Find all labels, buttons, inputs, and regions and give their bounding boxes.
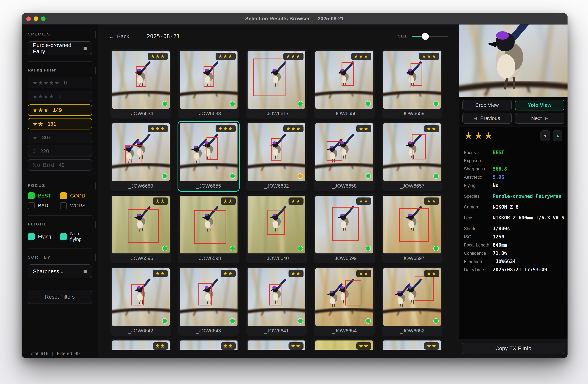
thumbnail-filename: _JOW6642 [112, 326, 170, 336]
checkbox-option[interactable]: BEST [28, 192, 60, 199]
metadata-value: 566.8 [493, 166, 507, 172]
thumbnail-card[interactable]: ★★ _JOW6654 [314, 267, 375, 336]
status-dot-icon [433, 318, 439, 324]
metadata-label: Exposure [464, 158, 493, 163]
metadata-label: Filename [464, 259, 493, 264]
thumbnail-card[interactable]: ★★ _JOW6596 [110, 194, 171, 263]
thumbnail-card[interactable]: ★★ _JOW6599 [314, 194, 375, 263]
thumbnail-image: ★★★ [112, 123, 170, 181]
thumbnail-card[interactable]: ★★★ _JOW6634 [110, 49, 171, 119]
thumbnail-card[interactable]: ★★ _JOW6640 [246, 194, 307, 263]
thumbnail-card[interactable]: ★★ _JOW6642 [110, 267, 171, 336]
rating-filter-button[interactable]: ★★★★ 0 [28, 91, 92, 102]
thumbnail-card[interactable]: ★★ _JOW6658 [314, 122, 375, 191]
species-dropdown[interactable]: Purple-crowned Fairy [28, 41, 92, 55]
next-button[interactable]: Next ▶ [515, 113, 565, 124]
thumbnail-card[interactable]: ★★★ _JOW6659 [382, 49, 442, 119]
zoom-icon[interactable] [41, 17, 45, 21]
sort-dropdown[interactable]: Sharpness ↓ [28, 264, 92, 278]
thumbnail-image: ★★★ [248, 123, 305, 181]
rate-down-button[interactable]: ▼ [541, 130, 550, 141]
filter-sidebar: SPECIES Purple-crowned Fairy Rating Filt… [21, 24, 98, 358]
metadata-value: — [493, 158, 496, 164]
rate-up-button[interactable]: ▲ [553, 130, 562, 141]
thumbnail-card[interactable]: ★★ [382, 339, 442, 350]
metadata-row: Filename _JOW6634 [464, 257, 567, 265]
thumbnail-card[interactable]: ★★ _JOW6597 [382, 194, 442, 263]
reset-filters-button[interactable]: Reset Filters [28, 290, 92, 304]
rating-filter-button[interactable]: No Bird 49 [28, 159, 92, 171]
current-rating-stars[interactable]: ★★★ [464, 131, 494, 140]
copy-exif-button[interactable]: Copy EXIF Info [462, 343, 565, 354]
date-heading: 2025-08-21 [147, 33, 180, 40]
checkbox-label: BAD [38, 203, 48, 209]
close-icon[interactable] [26, 17, 31, 21]
yolo-view-button[interactable]: Yolo View [515, 100, 565, 110]
thumbnail-card[interactable]: ★★ [314, 339, 375, 350]
checkbox-icon [60, 192, 67, 199]
star-glyphs: 0 [33, 148, 36, 154]
rating-filter-button[interactable]: ★★ 191 [28, 118, 92, 129]
checkbox-label: Non-flying [70, 231, 92, 242]
checkbox-option[interactable]: Flying [28, 231, 60, 242]
thumbnail-card[interactable]: ★★ [110, 339, 171, 350]
status-dot-icon [162, 101, 168, 107]
thumbnail-card[interactable]: ★★ _JOW6652 [382, 267, 442, 336]
star-rating-badge: ★★★ [216, 125, 236, 132]
previous-button[interactable]: ◀ Previous [462, 113, 512, 124]
thumbnail-card[interactable]: ★★★ _JOW6633 [178, 49, 239, 119]
triangle-down-icon: ▼ [543, 133, 547, 139]
star-glyphs: ★★★★★ [33, 80, 60, 86]
thumbnail-card[interactable]: ★★ _JOW6598 [178, 194, 239, 263]
previous-label: Previous [480, 115, 500, 121]
checkbox-icon [28, 233, 35, 240]
checkbox-label: Flying [38, 234, 51, 239]
checkbox-option[interactable]: GOOD [60, 192, 92, 199]
rating-count: 307 [42, 135, 51, 141]
checkbox-option[interactable]: Non-flying [60, 231, 92, 242]
thumbnail-card[interactable]: ★★★ _JOW6632 [246, 122, 307, 191]
minimize-icon[interactable] [34, 17, 38, 21]
metadata-row: Date/Time 2025:08:21 17:53:49 [464, 265, 567, 274]
metadata-value: NIKON Z 8 [493, 204, 519, 210]
chevron-left-icon: ◀ [474, 116, 477, 121]
thumbnail-filename: _JOW6659 [383, 109, 441, 119]
checkbox-option[interactable]: BAD [28, 202, 60, 209]
checkbox-option[interactable]: WORST [60, 202, 92, 209]
back-button[interactable]: ← Back [109, 33, 129, 40]
rating-count: 149 [53, 107, 62, 113]
metadata-value: 1/800s [493, 226, 510, 231]
checkbox-icon [60, 233, 67, 240]
metadata-row: Shutter 1/800s [464, 224, 567, 233]
rating-count: 0 [59, 93, 62, 100]
thumbnail-card[interactable]: ★★★ _JOW6617 [246, 49, 307, 119]
thumbnail-card[interactable]: ★★ [178, 339, 239, 350]
thumbnail-card[interactable]: ★★ _JOW6641 [246, 267, 307, 336]
crop-view-button[interactable]: Crop View [462, 100, 512, 110]
rating-filter-button[interactable]: ★★★★★ 0 [28, 77, 92, 88]
preview-image [459, 24, 567, 97]
thumbnail-card[interactable]: ★★ _JOW6643 [178, 267, 239, 336]
thumbnail-card[interactable]: ★★★ _JOW6655 [178, 122, 239, 191]
thumbnail-filename: _JOW6632 [248, 181, 305, 191]
status-dot-icon [298, 246, 303, 251]
status-dot-icon [298, 101, 303, 107]
thumbnail-card[interactable]: ★★ [246, 339, 307, 350]
species-section-label: SPECIES [28, 32, 92, 37]
thumbnail-size-slider[interactable] [412, 36, 448, 37]
thumbnail-card[interactable]: ★★★ _JOW6656 [314, 49, 375, 119]
slider-thumb[interactable] [422, 33, 429, 40]
metadata-value: Purple-crowned Fairywren [493, 193, 562, 199]
rating-filter-button[interactable]: 0 220 [28, 146, 92, 157]
rating-filter-button[interactable]: ★★★ 149 [28, 105, 92, 116]
title-bar: Selection Results Browser — 2025-08-21 [21, 13, 567, 24]
grid-header: ← Back 2025-08-21 SIZE [98, 24, 459, 48]
thumbnail-card[interactable]: ★★ _JOW6657 [382, 122, 442, 191]
thumbnail-card[interactable]: ★★★ _JOW6660 [110, 122, 171, 191]
status-separator: | [52, 351, 53, 356]
star-rating-badge: ★★ [356, 342, 371, 350]
rating-filter-button[interactable]: ★ 307 [28, 132, 92, 143]
exif-metadata-list: Focus BEST Exposure — Sharpness 566.8 Ae… [459, 145, 567, 339]
focus-section-label: FOCUS [28, 183, 92, 188]
rating-section-label: Rating Filter [28, 68, 92, 73]
